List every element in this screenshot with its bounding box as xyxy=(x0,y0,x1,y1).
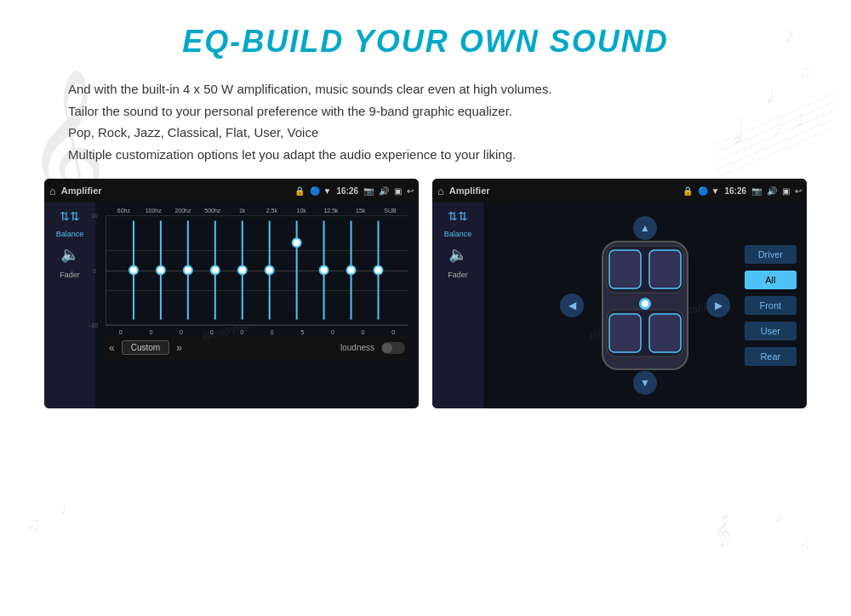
val-0-8: 0 xyxy=(323,329,343,335)
svg-point-27 xyxy=(266,266,274,275)
svg-point-17 xyxy=(129,266,138,275)
eq-home-icon[interactable]: ⌂ xyxy=(49,185,56,197)
desc-line-2: Tailor the sound to your personal prefer… xyxy=(68,100,783,123)
eq-bars-svg xyxy=(106,215,408,325)
fader-back-icon[interactable]: ↩ xyxy=(795,186,802,196)
music-notes-bottom-right: 𝄞 ♪ ♫ xyxy=(706,480,842,590)
svg-rect-41 xyxy=(609,314,641,352)
svg-point-33 xyxy=(347,266,356,275)
eq-graph: 10 0 -10 xyxy=(106,215,408,326)
fader-main-area: Dasaita ////copyright by Dasaita//// ▲ ▼ xyxy=(483,202,807,408)
balance-button[interactable]: Balance xyxy=(56,230,84,238)
freq-2.5k: 2.5k xyxy=(261,208,282,214)
svg-rect-39 xyxy=(609,250,641,288)
svg-text:♫: ♫ xyxy=(26,512,41,535)
rear-button[interactable]: Rear xyxy=(745,347,797,366)
balance-label: Balance xyxy=(56,230,84,238)
svg-point-35 xyxy=(374,266,383,275)
fader-right-button[interactable]: ▶ xyxy=(706,294,730,317)
eq-sidebar: ⇅⇅ Balance 🔈 Fader xyxy=(44,202,95,408)
eq-volume-icon: 🔊 xyxy=(379,186,389,196)
val-0-6: 0 xyxy=(262,329,283,335)
fader-time: 16:26 xyxy=(724,186,746,196)
svg-point-29 xyxy=(293,238,301,247)
eq-loudness-label: loudness xyxy=(340,343,374,352)
eq-prev-button[interactable]: « xyxy=(109,342,115,354)
all-button[interactable]: All xyxy=(745,271,797,289)
svg-text:♩: ♩ xyxy=(60,500,66,517)
desc-line-1: And with the built-in 4 x 50 W amplifica… xyxy=(68,78,783,100)
freq-15k: 15k xyxy=(351,208,371,214)
left-arrow-icon: ◀ xyxy=(568,299,576,311)
fader-fader-button[interactable]: Fader xyxy=(448,271,468,279)
eq-bluetooth-icon: 🔵 xyxy=(310,186,320,196)
right-arrow-icon: ▶ xyxy=(715,299,722,311)
fader-volume-button[interactable]: 🔈 xyxy=(448,245,467,264)
front-button[interactable]: Front xyxy=(745,296,797,315)
eq-status-icons: 🔵 ▼ xyxy=(310,186,332,196)
up-arrow-icon: ▲ xyxy=(640,222,650,234)
eq-screen-title: Amplifier xyxy=(61,185,289,196)
loudness-toggle[interactable] xyxy=(381,342,405,354)
down-arrow-icon: ▼ xyxy=(640,377,650,389)
eq-content: ⇅⇅ Balance 🔈 Fader Dasaita ////copyright… xyxy=(44,202,419,408)
eq-freq-labels: 60hz 100hz 200hz 500hz 1k 2.5k 10k 12.5k… xyxy=(102,208,412,214)
fader-content: ⇅⇅ Balance 🔈 Fader Dasaita ////copyright… xyxy=(432,202,807,408)
val-5: 5 xyxy=(292,329,312,335)
fader-button[interactable]: Fader xyxy=(60,271,80,279)
freq-1k: 1k xyxy=(232,208,253,214)
fader-camera-icon: 📷 xyxy=(751,186,762,196)
fader-home-icon[interactable]: ⌂ xyxy=(437,185,444,197)
fader-bluetooth-icon: 🔵 xyxy=(698,186,708,196)
fader-fader-label: Fader xyxy=(448,271,468,279)
eq-lock-icon: 🔒 xyxy=(294,186,305,196)
volume-button[interactable]: 🔈 xyxy=(60,245,79,264)
eq-bottom-controls: « Custom » loudness xyxy=(102,335,412,360)
driver-button[interactable]: Driver xyxy=(745,245,797,264)
desc-line-3: Pop, Rock, Jazz, Classical, Flat, User, … xyxy=(68,122,783,144)
svg-point-31 xyxy=(320,266,328,275)
eq-value-labels: 0 0 0 0 0 0 5 0 0 0 xyxy=(102,328,412,335)
fader-eq-icon[interactable]: ⇅⇅ xyxy=(448,209,468,223)
eq-main-area: Dasaita ////copyright by Dasaita//// 60h… xyxy=(95,202,419,408)
val-0-3: 0 xyxy=(171,329,191,335)
screenshots-row: ⌂ Amplifier 🔒 🔵 ▼ 16:26 📷 🔊 ▣ ↩ ⇅⇅ Bal xyxy=(0,179,851,408)
fader-label: Fader xyxy=(60,271,80,279)
fader-topbar: ⌂ Amplifier 🔒 🔵 ▼ 16:26 📷 🔊 ▣ ↩ xyxy=(432,179,807,202)
val-0-2: 0 xyxy=(140,329,161,335)
eq-filter-icon[interactable]: ⇅⇅ xyxy=(60,209,80,223)
freq-sub: SUB xyxy=(380,208,401,214)
fader-screen-title: Amplifier xyxy=(449,185,677,196)
eq-camera-icon: 📷 xyxy=(363,186,374,196)
svg-rect-42 xyxy=(649,314,681,352)
freq-60hz: 60hz xyxy=(113,208,134,214)
eq-custom-button[interactable]: Custom xyxy=(122,340,169,355)
page-container: 𝄞 ♪ ♫ ♩ 𝅗𝅥 ♪ ♩ ♫ ♩ 𝄞 ♪ ♫ EQ-BUILD YOUR O… xyxy=(0,0,851,616)
eq-time: 16:26 xyxy=(336,186,358,196)
fader-screenshot: ⌂ Amplifier 🔒 🔵 ▼ 16:26 📷 🔊 ▣ ↩ ⇅⇅ Bal xyxy=(432,179,807,408)
fader-left-button[interactable]: ◀ xyxy=(560,294,584,317)
val-0-10: 0 xyxy=(383,329,403,335)
svg-point-23 xyxy=(211,266,220,275)
eq-next-button[interactable]: » xyxy=(176,342,182,354)
desc-line-4: Multiple customization options let you a… xyxy=(68,144,783,166)
eq-topbar: ⌂ Amplifier 🔒 🔵 ▼ 16:26 📷 🔊 ▣ ↩ xyxy=(44,179,419,202)
freq-500hz: 500hz xyxy=(203,208,223,214)
car-diagram-container: ▲ ▼ ◀ ▶ xyxy=(560,216,730,395)
svg-point-21 xyxy=(184,266,192,275)
svg-text:𝄞: 𝄞 xyxy=(715,515,731,548)
user-button[interactable]: User xyxy=(745,322,797,340)
page-title-section: EQ-BUILD YOUR OWN SOUND xyxy=(0,0,851,68)
freq-12.5k: 12.5k xyxy=(321,208,341,214)
page-title: EQ-BUILD YOUR OWN SOUND xyxy=(0,24,851,60)
eq-screen-icon: ▣ xyxy=(394,186,402,196)
fader-signal-icon: ▼ xyxy=(711,186,720,196)
svg-text:♪: ♪ xyxy=(774,507,783,526)
fader-control-buttons: Driver All Front User Rear xyxy=(745,245,797,366)
svg-point-19 xyxy=(157,266,165,275)
val-0-1: 0 xyxy=(111,329,131,335)
fader-balance-button[interactable]: Balance xyxy=(444,230,472,238)
fader-balance-label: Balance xyxy=(444,230,472,238)
freq-100hz: 100hz xyxy=(143,208,163,214)
eq-back-icon[interactable]: ↩ xyxy=(407,186,414,196)
